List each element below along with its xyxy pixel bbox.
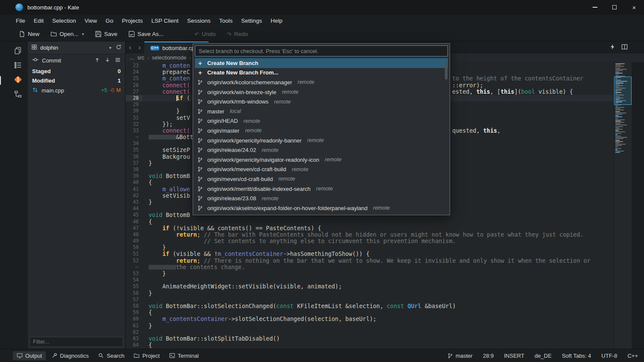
save-button[interactable]: Save	[91, 29, 122, 39]
menu-tools[interactable]: Tools	[215, 16, 237, 25]
code-line-50[interactable]: 50 }	[125, 244, 614, 251]
menu-edit[interactable]: Edit	[30, 16, 48, 25]
code-line-46[interactable]: 46{	[125, 219, 614, 225]
line-number: 26	[125, 82, 143, 89]
branch-option[interactable]: origin/HEADremote	[195, 116, 448, 126]
code-line-49[interactable]: 49 // Set contents to anything else to c…	[125, 238, 614, 244]
menu-projects[interactable]: Projects	[118, 16, 147, 25]
git-branch-icon	[197, 128, 203, 134]
commit-button[interactable]: Commit	[28, 54, 125, 66]
branch-action[interactable]: +Create New Branch	[195, 58, 448, 68]
code-line-57[interactable]: 57	[125, 297, 614, 303]
code-line-48[interactable]: 48 return; // The bar with PasteContents…	[125, 231, 614, 238]
tab-mode[interactable]: Soft Tabs: 4	[562, 353, 591, 359]
branch-option[interactable]: origin/work/kcolorschememanagerremote	[195, 77, 448, 87]
split-view-icon[interactable]	[621, 44, 628, 52]
input-mode[interactable]: INSERT	[504, 353, 524, 359]
quick-actions-icon[interactable]	[610, 44, 615, 52]
code-line-65[interactable]: 65 switch (contents()) {	[125, 348, 614, 349]
menu-go[interactable]: Go	[102, 16, 117, 25]
code-line-62[interactable]: 62	[125, 329, 614, 335]
branch-option[interactable]: origin/work/rmb-windowsremote	[195, 97, 448, 107]
code-line-60[interactable]: 60 m_contentsContainer->slotSelectionCha…	[125, 316, 614, 322]
undo-button[interactable]: ↶ Undo	[190, 29, 220, 39]
code-line-54[interactable]: 54	[125, 277, 614, 283]
menu-selection[interactable]: Selection	[48, 16, 80, 25]
maximize-button[interactable]	[605, 0, 624, 15]
statusbar-pane-output[interactable]: Output	[13, 351, 46, 360]
menu-sessions[interactable]: Sessions	[183, 16, 215, 25]
branch-option[interactable]: origin/work/akselmo/expand-folder-on-hov…	[195, 203, 448, 213]
breadcrumb-item[interactable]: src	[137, 55, 144, 61]
refresh-icon[interactable]	[116, 44, 122, 52]
statusbar-pane-terminal[interactable]: Terminal	[165, 351, 203, 360]
branch-option[interactable]: origin/work/merritt/disable-indexed-sear…	[195, 184, 448, 194]
code-line-51[interactable]: 51 if (visible && !m_contentsContainer->…	[125, 251, 614, 257]
project-selector[interactable]: dolphin ▾	[28, 42, 125, 54]
cursor-position[interactable]: 28:9	[483, 353, 494, 359]
code-line-61[interactable]: 61}	[125, 323, 614, 329]
language-mode[interactable]: C++	[627, 353, 638, 359]
menu-settings[interactable]: Settings	[237, 16, 266, 25]
statusbar-pane-project[interactable]: Project	[130, 351, 163, 360]
code-line-53[interactable]: 53 }	[125, 270, 614, 277]
branch-filter-input[interactable]	[195, 45, 448, 56]
statusbar-branch[interactable]: master	[447, 353, 473, 359]
menu-icon[interactable]	[115, 57, 121, 64]
push-icon[interactable]	[94, 57, 100, 64]
branch-option[interactable]: masterlocal	[195, 107, 448, 116]
code-line-52[interactable]: 52 return; // There is nothing on the ba…	[125, 258, 614, 264]
documents-tool-button[interactable]	[12, 46, 24, 57]
staged-section[interactable]: Staged 0	[28, 66, 125, 76]
dictionary[interactable]: de_DE	[534, 353, 552, 359]
save-as-button[interactable]: Save As...	[124, 29, 168, 39]
code-line-wrap[interactable]: ↪the contents change.	[125, 264, 614, 270]
minimize-button[interactable]	[585, 0, 605, 15]
git-tool-button[interactable]	[12, 75, 24, 86]
menu-lsp-client[interactable]: LSP Client	[147, 16, 182, 25]
line-number: 59	[125, 309, 143, 316]
code-line-58[interactable]: 58void BottomBar::slotSelectionChanged(c…	[125, 303, 614, 309]
filter-input[interactable]	[30, 337, 123, 347]
line-number: 32	[125, 121, 143, 128]
code-line-47[interactable]: 47 if (!visible && contents() == PasteCo…	[125, 225, 614, 231]
statusbar-pane-search[interactable]: Search	[94, 351, 128, 360]
code-line-55[interactable]: 55 AnimatedHeightWidget::setVisible(visi…	[125, 283, 614, 290]
code-line-56[interactable]: 56}	[125, 290, 614, 297]
encoding[interactable]: UTF-8	[602, 353, 617, 359]
menu-file[interactable]: File	[12, 16, 29, 25]
code-line-64[interactable]: 64{	[125, 342, 614, 348]
branch-option[interactable]: origin/release/24.02remote	[195, 145, 448, 155]
branch-option[interactable]: origin/work/win-breeze-styleremote	[195, 87, 448, 97]
branch-option[interactable]: origin/work/genericity/navigator-readonl…	[195, 155, 448, 165]
statusbar-pane-diagnostics[interactable]: Diagnostics	[48, 351, 92, 360]
modified-file-row[interactable]: main.cpp +5 -0 M	[28, 85, 125, 95]
menu-view[interactable]: View	[81, 16, 101, 25]
redo-button[interactable]: ↷ Redo	[223, 29, 253, 39]
staged-label: Staged	[32, 68, 51, 74]
projects-tool-button[interactable]	[12, 60, 24, 71]
new-button[interactable]: New	[15, 29, 44, 39]
menu-help[interactable]: Help	[267, 16, 286, 25]
code-line-59[interactable]: 59{	[125, 309, 614, 316]
breadcrumb-item[interactable]: selectionmode	[152, 55, 187, 61]
branch-action[interactable]: +Create New Branch From...	[195, 68, 448, 78]
pull-icon[interactable]	[104, 57, 110, 64]
chevron-down-icon[interactable]: ▾	[109, 45, 111, 50]
breadcrumb-ellipsis[interactable]: ...	[130, 55, 134, 61]
code-line-63[interactable]: 63void BottomBar::slotSplitTabDisabled()	[125, 335, 614, 342]
branch-option[interactable]: origin/work/genericity/readonly-bannerre…	[195, 136, 448, 145]
minimap-viewport[interactable]	[614, 77, 632, 105]
filesystem-tool-button[interactable]	[12, 89, 24, 101]
minimap[interactable]	[614, 62, 632, 349]
branch-option[interactable]: origin/meven/cd-craft-buildremote	[195, 174, 448, 184]
popup-scrollbar[interactable]	[445, 62, 447, 80]
modified-section[interactable]: Modified 1	[28, 76, 125, 85]
close-button[interactable]: ×	[624, 0, 644, 15]
branch-option[interactable]: origin/masterremote	[195, 126, 448, 136]
branch-option[interactable]: origin/release/23.08remote	[195, 193, 448, 203]
branch-option[interactable]: origin/work/meven/cd-craft-buildremote	[195, 165, 448, 175]
forward-button[interactable]: ›	[135, 42, 144, 53]
back-button[interactable]: ‹	[125, 42, 135, 53]
open-button[interactable]: Open... ▾	[46, 29, 88, 39]
